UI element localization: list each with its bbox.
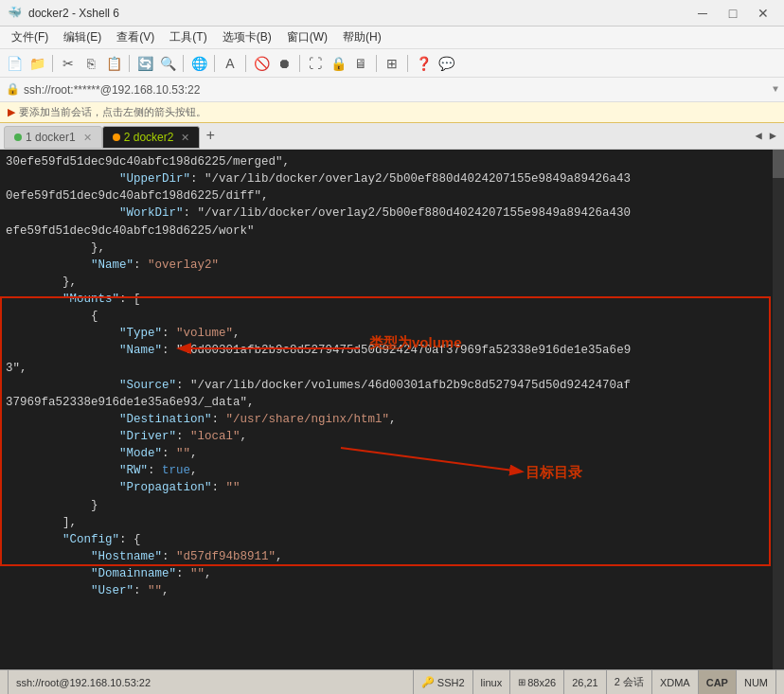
status-xdma: XDMA — [652, 670, 699, 694]
paste-button[interactable]: 📋 — [103, 53, 124, 74]
toolbar-separator-4 — [214, 55, 215, 72]
status-ssh-text: ssh://root@192.168.10.53:22 — [16, 677, 151, 688]
record-button[interactable]: ⏺ — [274, 53, 294, 74]
status-protocol: 🔑 SSH2 — [414, 670, 473, 694]
network-button[interactable]: 🌐 — [188, 53, 209, 74]
layout-button[interactable]: ⊞ — [382, 53, 402, 74]
refresh-button[interactable]: 🔄 — [134, 53, 155, 74]
window-title: docker2 - Xshell 6 — [28, 7, 689, 20]
address-bar: 🔒 ssh://root:******@192.168.10.53:22 ▼ — [0, 78, 784, 102]
info-text: 要添加当前会话，点击左侧的箭头按钮。 — [19, 105, 206, 119]
font-button[interactable]: A — [220, 53, 241, 74]
tab-status-dot-2 — [113, 133, 120, 141]
menu-help[interactable]: 帮助(H) — [335, 27, 389, 47]
scrollbar-thumb[interactable] — [773, 150, 784, 178]
cols-icon: ⊞ — [518, 677, 526, 687]
copy-button[interactable]: ⎘ — [80, 53, 101, 74]
info-bar: ▶ 要添加当前会话，点击左侧的箭头按钮。 — [0, 102, 784, 123]
monitor-button[interactable]: 🖥 — [350, 53, 371, 74]
scrollbar[interactable] — [773, 150, 784, 669]
title-bar: 🐳 docker2 - Xshell 6 ─ □ ✕ — [0, 0, 784, 27]
toolbar-separator-7 — [376, 55, 377, 72]
new-session-button[interactable]: 📄 — [4, 53, 25, 74]
tab-navigation: ◀ ▶ — [752, 123, 780, 149]
lock-button[interactable]: 🔒 — [328, 53, 348, 74]
tab-status-dot-1 — [14, 133, 22, 141]
tab-prev-button[interactable]: ◀ — [752, 129, 766, 143]
toolbar-separator-3 — [183, 55, 184, 72]
search-button[interactable]: 🔍 — [157, 53, 178, 74]
info-arrow-icon: ▶ — [8, 106, 15, 118]
menu-tools[interactable]: 工具(T) — [162, 27, 214, 47]
status-bar: ssh://root@192.168.10.53:22 🔑 SSH2 linux… — [0, 669, 784, 694]
cut-button[interactable]: ✂ — [58, 53, 79, 74]
open-button[interactable]: 📁 — [27, 53, 47, 74]
terminal-content: 30efe59fd51dec9dc40abfc198d6225/merged",… — [6, 153, 778, 599]
menu-view[interactable]: 查看(V) — [109, 27, 162, 47]
tab-docker2[interactable]: 2 docker2 ✕ — [102, 126, 201, 149]
address-dropdown[interactable]: ▼ — [773, 84, 778, 95]
lock-icon: 🔒 — [6, 82, 20, 97]
chat-button[interactable]: 💬 — [436, 53, 456, 74]
status-position: 26,21 — [564, 670, 607, 694]
toolbar-separator-2 — [129, 55, 130, 72]
status-sessions: 2 会话 — [607, 670, 652, 694]
status-cap: CAP — [699, 670, 737, 694]
tab-label-1: 1 docker1 — [26, 131, 76, 144]
tab-close-2[interactable]: ✕ — [181, 132, 189, 144]
toolbar-separator-1 — [52, 55, 53, 72]
tab-label-2: 2 docker2 — [124, 131, 174, 144]
window-controls: ─ □ ✕ — [689, 5, 776, 22]
tab-bar: 1 docker1 ✕ 2 docker2 ✕ + ◀ ▶ — [0, 123, 784, 150]
menu-file[interactable]: 文件(F) — [4, 27, 56, 47]
stop-button[interactable]: 🚫 — [251, 53, 272, 74]
address-text: ssh://root:******@192.168.10.53:22 — [24, 83, 773, 97]
toolbar: 📄 📁 ✂ ⎘ 📋 🔄 🔍 🌐 A 🚫 ⏺ ⛶ 🔒 🖥 ⊞ ❓ 💬 — [0, 49, 784, 78]
menu-tabs[interactable]: 选项卡(B) — [215, 27, 279, 47]
close-button[interactable]: ✕ — [750, 5, 776, 22]
app-icon: 🐳 — [8, 6, 23, 21]
fullscreen-button[interactable]: ⛶ — [305, 53, 326, 74]
tab-add-button[interactable]: + — [200, 123, 221, 149]
toolbar-separator-6 — [299, 55, 300, 72]
tab-close-1[interactable]: ✕ — [83, 132, 92, 144]
status-cols: ⊞ 88x26 — [510, 670, 564, 694]
toolbar-separator-5 — [245, 55, 246, 72]
maximize-button[interactable]: □ — [720, 5, 746, 22]
toolbar-separator-8 — [407, 55, 408, 72]
status-os: linux — [473, 670, 511, 694]
terminal[interactable]: 30efe59fd51dec9dc40abfc198d6225/merged",… — [0, 150, 784, 669]
status-ssh: ssh://root@192.168.10.53:22 — [8, 670, 414, 694]
menu-bar: 文件(F) 编辑(E) 查看(V) 工具(T) 选项卡(B) 窗口(W) 帮助(… — [0, 27, 784, 49]
tab-next-button[interactable]: ▶ — [766, 129, 780, 143]
minimize-button[interactable]: ─ — [689, 5, 716, 22]
menu-window[interactable]: 窗口(W) — [279, 27, 335, 47]
help-button[interactable]: ❓ — [413, 53, 434, 74]
tab-docker1[interactable]: 1 docker1 ✕ — [4, 126, 102, 149]
menu-edit[interactable]: 编辑(E) — [56, 27, 109, 47]
ssh-icon: 🔑 — [421, 676, 435, 688]
status-num: NUM — [737, 670, 776, 694]
